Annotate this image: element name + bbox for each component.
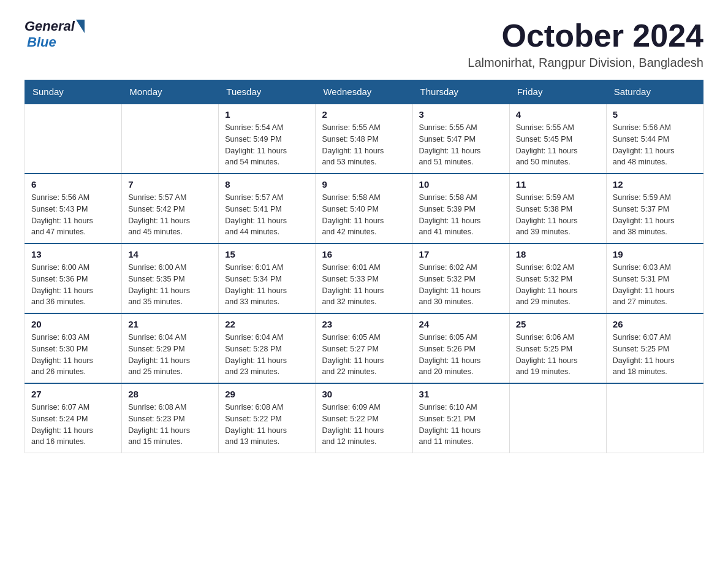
day-number: 13 xyxy=(31,249,115,259)
day-number: 15 xyxy=(225,249,309,259)
week-row-2: 6Sunrise: 5:56 AM Sunset: 5:43 PM Daylig… xyxy=(25,174,703,243)
day-info: Sunrise: 6:03 AM Sunset: 5:31 PM Dayligh… xyxy=(613,262,697,308)
day-number: 31 xyxy=(419,389,503,399)
day-info: Sunrise: 6:00 AM Sunset: 5:35 PM Dayligh… xyxy=(128,262,212,308)
day-cell: 22Sunrise: 6:04 AM Sunset: 5:28 PM Dayli… xyxy=(219,313,316,383)
day-number: 2 xyxy=(322,109,406,120)
day-cell: 15Sunrise: 6:01 AM Sunset: 5:34 PM Dayli… xyxy=(219,243,316,313)
weekday-header-tuesday: Tuesday xyxy=(219,80,316,104)
day-number: 8 xyxy=(225,179,309,190)
day-number: 28 xyxy=(128,389,212,399)
day-info: Sunrise: 6:02 AM Sunset: 5:32 PM Dayligh… xyxy=(516,262,600,308)
weekday-header-sunday: Sunday xyxy=(25,80,122,104)
day-cell: 2Sunrise: 5:55 AM Sunset: 5:48 PM Daylig… xyxy=(316,104,412,174)
week-row-3: 13Sunrise: 6:00 AM Sunset: 5:36 PM Dayli… xyxy=(25,243,703,313)
day-cell: 31Sunrise: 6:10 AM Sunset: 5:21 PM Dayli… xyxy=(412,383,509,453)
weekday-header-thursday: Thursday xyxy=(412,80,509,104)
day-info: Sunrise: 5:57 AM Sunset: 5:42 PM Dayligh… xyxy=(128,192,212,238)
day-cell: 18Sunrise: 6:02 AM Sunset: 5:32 PM Dayli… xyxy=(509,243,606,313)
title-section: October 2024 Lalmonirhat, Rangpur Divisi… xyxy=(468,18,703,70)
day-info: Sunrise: 6:07 AM Sunset: 5:25 PM Dayligh… xyxy=(613,332,697,378)
day-cell: 11Sunrise: 5:59 AM Sunset: 5:38 PM Dayli… xyxy=(509,174,606,243)
day-number: 5 xyxy=(613,109,697,120)
day-number: 24 xyxy=(419,319,503,329)
weekday-header-wednesday: Wednesday xyxy=(316,80,412,104)
day-number: 4 xyxy=(516,109,600,120)
day-cell: 5Sunrise: 5:56 AM Sunset: 5:44 PM Daylig… xyxy=(606,104,703,174)
day-cell: 26Sunrise: 6:07 AM Sunset: 5:25 PM Dayli… xyxy=(606,313,703,383)
day-cell: 25Sunrise: 6:06 AM Sunset: 5:25 PM Dayli… xyxy=(509,313,606,383)
day-number: 11 xyxy=(516,179,600,190)
weekday-header-friday: Friday xyxy=(509,80,606,104)
day-cell: 27Sunrise: 6:07 AM Sunset: 5:24 PM Dayli… xyxy=(25,383,122,453)
day-info: Sunrise: 5:56 AM Sunset: 5:43 PM Dayligh… xyxy=(31,192,115,238)
month-year-title: October 2024 xyxy=(468,18,703,53)
day-cell: 13Sunrise: 6:00 AM Sunset: 5:36 PM Dayli… xyxy=(25,243,122,313)
day-cell: 7Sunrise: 5:57 AM Sunset: 5:42 PM Daylig… xyxy=(122,174,219,243)
day-info: Sunrise: 6:01 AM Sunset: 5:33 PM Dayligh… xyxy=(322,262,406,308)
day-number: 9 xyxy=(322,179,406,190)
day-info: Sunrise: 6:04 AM Sunset: 5:29 PM Dayligh… xyxy=(128,332,212,378)
day-number: 18 xyxy=(516,249,600,259)
day-info: Sunrise: 5:56 AM Sunset: 5:44 PM Dayligh… xyxy=(613,122,697,168)
day-cell: 4Sunrise: 5:55 AM Sunset: 5:45 PM Daylig… xyxy=(509,104,606,174)
day-cell: 24Sunrise: 6:05 AM Sunset: 5:26 PM Dayli… xyxy=(412,313,509,383)
day-info: Sunrise: 5:58 AM Sunset: 5:40 PM Dayligh… xyxy=(322,192,406,238)
day-number: 12 xyxy=(613,179,697,190)
day-cell: 30Sunrise: 6:09 AM Sunset: 5:22 PM Dayli… xyxy=(316,383,412,453)
day-number: 17 xyxy=(419,249,503,259)
day-info: Sunrise: 5:59 AM Sunset: 5:38 PM Dayligh… xyxy=(516,192,600,238)
weekday-header-saturday: Saturday xyxy=(606,80,703,104)
day-number: 29 xyxy=(225,389,309,399)
calendar-table: SundayMondayTuesdayWednesdayThursdayFrid… xyxy=(25,80,703,453)
location-subtitle: Lalmonirhat, Rangpur Division, Banglades… xyxy=(468,56,703,70)
day-number: 14 xyxy=(128,249,212,259)
day-cell: 29Sunrise: 6:08 AM Sunset: 5:22 PM Dayli… xyxy=(219,383,316,453)
day-info: Sunrise: 5:55 AM Sunset: 5:45 PM Dayligh… xyxy=(516,122,600,168)
day-number: 30 xyxy=(322,389,406,399)
day-cell: 20Sunrise: 6:03 AM Sunset: 5:30 PM Dayli… xyxy=(25,313,122,383)
day-cell: 23Sunrise: 6:05 AM Sunset: 5:27 PM Dayli… xyxy=(316,313,412,383)
page-header: General Blue October 2024 Lalmonirhat, R… xyxy=(25,18,703,70)
day-info: Sunrise: 6:04 AM Sunset: 5:28 PM Dayligh… xyxy=(225,332,309,378)
logo-triangle-icon xyxy=(76,20,85,33)
weekday-header-row: SundayMondayTuesdayWednesdayThursdayFrid… xyxy=(25,80,703,104)
day-cell: 19Sunrise: 6:03 AM Sunset: 5:31 PM Dayli… xyxy=(606,243,703,313)
day-number: 7 xyxy=(128,179,212,190)
day-info: Sunrise: 5:55 AM Sunset: 5:47 PM Dayligh… xyxy=(419,122,503,168)
day-cell xyxy=(606,383,703,453)
day-number: 20 xyxy=(31,319,115,329)
day-info: Sunrise: 6:01 AM Sunset: 5:34 PM Dayligh… xyxy=(225,262,309,308)
weekday-header-monday: Monday xyxy=(122,80,219,104)
week-row-4: 20Sunrise: 6:03 AM Sunset: 5:30 PM Dayli… xyxy=(25,313,703,383)
day-info: Sunrise: 6:10 AM Sunset: 5:21 PM Dayligh… xyxy=(419,402,503,448)
logo: General Blue xyxy=(25,18,85,50)
day-info: Sunrise: 6:05 AM Sunset: 5:26 PM Dayligh… xyxy=(419,332,503,378)
day-cell: 9Sunrise: 5:58 AM Sunset: 5:40 PM Daylig… xyxy=(316,174,412,243)
day-cell: 14Sunrise: 6:00 AM Sunset: 5:35 PM Dayli… xyxy=(122,243,219,313)
day-cell: 3Sunrise: 5:55 AM Sunset: 5:47 PM Daylig… xyxy=(412,104,509,174)
day-number: 26 xyxy=(613,319,697,329)
day-cell: 21Sunrise: 6:04 AM Sunset: 5:29 PM Dayli… xyxy=(122,313,219,383)
logo-blue-text: Blue xyxy=(27,34,56,50)
week-row-1: 1Sunrise: 5:54 AM Sunset: 5:49 PM Daylig… xyxy=(25,104,703,174)
day-cell: 16Sunrise: 6:01 AM Sunset: 5:33 PM Dayli… xyxy=(316,243,412,313)
day-info: Sunrise: 5:54 AM Sunset: 5:49 PM Dayligh… xyxy=(225,122,309,168)
day-number: 6 xyxy=(31,179,115,190)
day-info: Sunrise: 6:03 AM Sunset: 5:30 PM Dayligh… xyxy=(31,332,115,378)
day-cell: 6Sunrise: 5:56 AM Sunset: 5:43 PM Daylig… xyxy=(25,174,122,243)
day-cell: 8Sunrise: 5:57 AM Sunset: 5:41 PM Daylig… xyxy=(219,174,316,243)
day-cell: 12Sunrise: 5:59 AM Sunset: 5:37 PM Dayli… xyxy=(606,174,703,243)
day-cell: 28Sunrise: 6:08 AM Sunset: 5:23 PM Dayli… xyxy=(122,383,219,453)
day-number: 25 xyxy=(516,319,600,329)
day-cell xyxy=(122,104,219,174)
day-number: 19 xyxy=(613,249,697,259)
day-number: 3 xyxy=(419,109,503,120)
day-info: Sunrise: 6:06 AM Sunset: 5:25 PM Dayligh… xyxy=(516,332,600,378)
day-info: Sunrise: 6:07 AM Sunset: 5:24 PM Dayligh… xyxy=(31,402,115,448)
day-number: 16 xyxy=(322,249,406,259)
day-number: 23 xyxy=(322,319,406,329)
day-info: Sunrise: 5:57 AM Sunset: 5:41 PM Dayligh… xyxy=(225,192,309,238)
day-cell: 1Sunrise: 5:54 AM Sunset: 5:49 PM Daylig… xyxy=(219,104,316,174)
day-info: Sunrise: 6:08 AM Sunset: 5:23 PM Dayligh… xyxy=(128,402,212,448)
